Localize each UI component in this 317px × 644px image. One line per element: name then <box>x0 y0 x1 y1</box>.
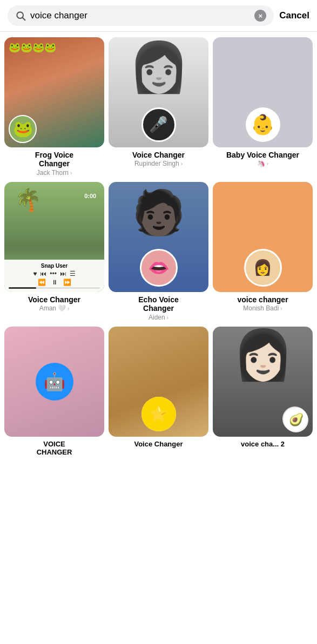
card-voice-changer-robot[interactable]: 🤖 VOICECHANGER <box>4 327 104 458</box>
chevron-icon: › <box>68 306 69 311</box>
card-thumb: 0:00 🌴 Snap User ♥ ⏮ ••• ⏭ ☰ ⏪ ⏸ ⏩ <box>4 182 104 292</box>
frog-avatar: 🐸 <box>9 115 37 143</box>
card-title: Voice Changer <box>110 440 207 449</box>
snap-player: Snap User ♥ ⏮ ••• ⏭ ☰ ⏪ ⏸ ⏩ <box>4 260 104 292</box>
card-info: Voice Changer Aman 🤍 › <box>4 292 104 314</box>
chevron-icon: › <box>280 306 282 311</box>
svg-line-1 <box>23 18 25 21</box>
card-voice-changer-rupinder[interactable]: 👩 🎤 Voice Changer Rupinder Singh › <box>109 37 208 178</box>
author-name: Monish Badi <box>243 304 279 312</box>
card-title: voice cha... 2 <box>214 440 312 449</box>
snap-controls: ♥ ⏮ ••• ⏭ ☰ <box>9 270 100 277</box>
lips-overlay: 👄 <box>140 249 178 287</box>
card-title: Voice Changer <box>5 295 103 304</box>
author-name: Rupinder Singh <box>134 160 179 167</box>
asian-woman-face: 👩🏻 <box>233 327 293 383</box>
card-author: Rupinder Singh › <box>110 160 207 167</box>
playback-controls: ⏪ ⏸ ⏩ <box>9 279 100 286</box>
card-title: voice changer <box>214 295 312 304</box>
card-author: Aiden › <box>110 314 207 321</box>
card-echo-voice-changer[interactable]: 🧑🏿 👄 Echo VoiceChanger Aiden › <box>109 182 208 322</box>
card-author: Jack Thorn › <box>5 169 103 177</box>
card-thumb: 🐸🐸🐸🐸 🐸 <box>4 37 104 147</box>
card-title: Echo VoiceChanger <box>110 295 207 314</box>
card-thumb: 👩 🎤 <box>109 37 208 147</box>
face-circle: 👩 <box>244 249 282 287</box>
card-info: Baby Voice Changer 🦄 › <box>213 147 313 169</box>
snap-user-label: Snap User <box>9 263 100 269</box>
search-bar: × Cancel <box>0 0 317 32</box>
search-input[interactable] <box>30 10 250 21</box>
woman-face: 👩 <box>129 43 189 91</box>
play-icon: ⏸ <box>51 279 58 286</box>
card-title: Voice Changer <box>110 151 207 160</box>
trees: 🌴 <box>15 187 42 213</box>
card-frog-voice-changer[interactable]: 🐸🐸🐸🐸 🐸 Frog VoiceChanger Jack Thorn › <box>4 37 104 178</box>
card-voice-changer-aman[interactable]: 0:00 🌴 Snap User ♥ ⏮ ••• ⏭ ☰ ⏪ ⏸ ⏩ <box>4 182 104 322</box>
card-author: 🦄 › <box>214 160 312 167</box>
avocado-emoji: 🥑 <box>289 413 303 427</box>
list-icon: ☰ <box>70 270 76 277</box>
rewind-icon: ⏮ <box>40 270 46 277</box>
card-thumb: 👩🏻 🥑 <box>213 327 313 437</box>
chevron-icon: › <box>70 170 72 176</box>
heart-icon: ♥ <box>33 270 37 277</box>
card-thumb: 👻 ⭐ <box>109 327 208 437</box>
card-thumb: 👶 <box>213 37 313 147</box>
author-name: Jack Thorn <box>37 169 69 177</box>
robot-emoji: 🤖 <box>44 371 65 392</box>
chevron-icon: › <box>167 315 168 321</box>
author-name: Aman <box>39 304 56 312</box>
lips-icon: 👄 <box>148 257 170 278</box>
card-info: Frog VoiceChanger Jack Thorn › <box>4 147 104 178</box>
chevron-icon: › <box>267 161 268 167</box>
cancel-button[interactable]: Cancel <box>279 8 309 23</box>
time-start: 0:00 <box>84 193 96 199</box>
seek-progress <box>9 287 36 289</box>
seek-bar <box>9 287 100 289</box>
card-title: Baby Voice Changer <box>214 151 312 160</box>
card-title: VOICECHANGER <box>5 440 103 457</box>
top-icons: 🐸🐸🐸🐸 <box>9 42 56 53</box>
prev-icon: ⏪ <box>38 279 46 286</box>
card-author: Monish Badi › <box>214 304 312 312</box>
yellow-star-overlay: ⭐ <box>141 397 176 431</box>
card-info: Voice Changer <box>109 437 208 450</box>
chevron-icon: › <box>181 161 183 167</box>
man-face: 🧑🏿 <box>132 187 186 238</box>
card-info: Voice Changer Rupinder Singh › <box>109 147 208 169</box>
card-thumb: 🤖 <box>4 327 104 437</box>
clear-button[interactable]: × <box>254 10 266 22</box>
card-info: VOICECHANGER <box>4 437 104 458</box>
star-icon: ⭐ <box>149 405 168 423</box>
card-title: Frog VoiceChanger <box>5 151 103 169</box>
card-thumb: 🧑🏿 👄 <box>109 182 208 292</box>
card-author: Aman 🤍 › <box>5 304 103 312</box>
mic-overlay: 🎤 <box>141 107 176 142</box>
card-baby-voice-changer[interactable]: 👶 Baby Voice Changer 🦄 › <box>213 37 313 178</box>
next-icon: ⏩ <box>63 279 71 286</box>
heart-icon-sub: 🤍 <box>58 304 66 312</box>
card-info: Echo VoiceChanger Aiden › <box>109 292 208 323</box>
baby-icon: 👶 <box>251 113 275 136</box>
dots-icon: ••• <box>50 270 57 277</box>
mic-icon: 🎤 <box>149 116 168 133</box>
card-voice-changer-snapcode[interactable]: 👻 ⭐ Voice Changer <box>109 327 208 458</box>
robot-icon: 🤖 <box>36 363 73 401</box>
author-name: Aiden <box>149 314 165 321</box>
face-emoji: 👩 <box>253 259 272 276</box>
avocado-icon-circle: 🥑 <box>284 408 308 432</box>
card-thumb: 👩 <box>213 182 313 292</box>
forward-icon: ⏭ <box>60 270 66 277</box>
card-voice-changer-monish[interactable]: 👩 voice changer Monish Badi › <box>213 182 313 322</box>
card-voice-changer-2[interactable]: 👩🏻 🥑 voice cha... 2 <box>213 327 313 458</box>
card-info: voice changer Monish Badi › <box>213 292 313 314</box>
baby-overlay: 👶 <box>246 107 280 142</box>
search-icon <box>15 10 26 21</box>
results-grid: 🐸🐸🐸🐸 🐸 Frog VoiceChanger Jack Thorn › 👩 … <box>0 32 317 463</box>
search-input-wrapper[interactable]: × <box>8 5 274 26</box>
card-info: voice cha... 2 <box>213 437 313 450</box>
author-emoji: 🦄 <box>257 160 265 167</box>
